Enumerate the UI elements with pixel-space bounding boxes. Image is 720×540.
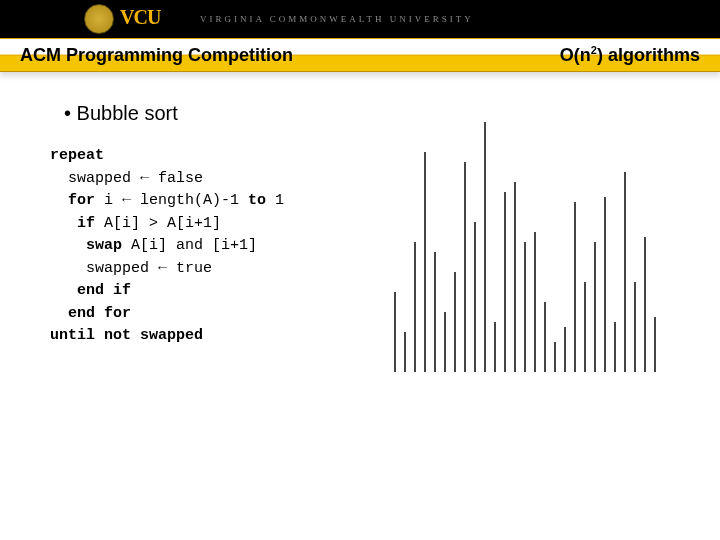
bar [424,152,426,372]
code-kw: end for [68,305,131,322]
bar [604,197,606,372]
bar [564,327,566,372]
code-kw: to [248,192,266,209]
bar [554,342,556,372]
bullet-heading: • Bubble sort [64,102,360,125]
code-line: 1 [266,192,284,209]
university-name: VIRGINIA COMMONWEALTH UNIVERSITY [200,14,474,24]
code-kw: swap [86,237,122,254]
bar [524,242,526,372]
bar [454,272,456,372]
bar [404,332,406,372]
bar [654,317,656,372]
code-line: repeat [50,147,104,164]
bar [414,242,416,372]
bar [544,302,546,372]
code-line [50,192,68,209]
bar [434,252,436,372]
left-column: • Bubble sort repeat swapped ← false for… [50,102,360,372]
bar [574,202,576,372]
code-kw: if [77,215,95,232]
bar [534,232,536,372]
code-kw: end if [77,282,131,299]
bar [594,242,596,372]
slide-title-right: O(n2) algorithms [560,44,700,66]
code-kw: for [68,192,95,209]
bar [504,192,506,372]
bar [644,237,646,372]
university-banner: VCU VIRGINIA COMMONWEALTH UNIVERSITY [0,0,720,38]
code-line: A[i] and [i+1] [122,237,257,254]
code-line [50,305,68,322]
bar [484,122,486,372]
code-line: swapped ← true [50,260,212,277]
code-line: A[i] > A[i+1] [95,215,221,232]
bar [514,182,516,372]
title-bar: ACM Programming Competition O(n2) algori… [0,38,720,72]
bigO-prefix: O(n [560,45,591,65]
vcu-logo: VCU [120,6,160,29]
bar [584,282,586,372]
bar [614,322,616,372]
slide-content: • Bubble sort repeat swapped ← false for… [0,72,720,372]
bar [634,282,636,372]
university-seal-icon [84,4,114,34]
bar [444,312,446,372]
code-line: swapped ← false [50,170,203,187]
bar-visualization [394,112,656,372]
bar [394,292,396,372]
right-column [380,102,670,372]
slide-title-left: ACM Programming Competition [20,45,293,66]
code-line [50,282,77,299]
bar [474,222,476,372]
bar [624,172,626,372]
code-line [50,215,77,232]
bigO-suffix: ) algorithms [597,45,700,65]
pseudocode-block: repeat swapped ← false for i ← length(A)… [50,145,360,348]
code-line [50,237,86,254]
bar [494,322,496,372]
bar [464,162,466,372]
code-line: until not swapped [50,327,203,344]
code-line: i ← length(A)-1 [95,192,248,209]
bullet-text: Bubble sort [77,102,178,124]
